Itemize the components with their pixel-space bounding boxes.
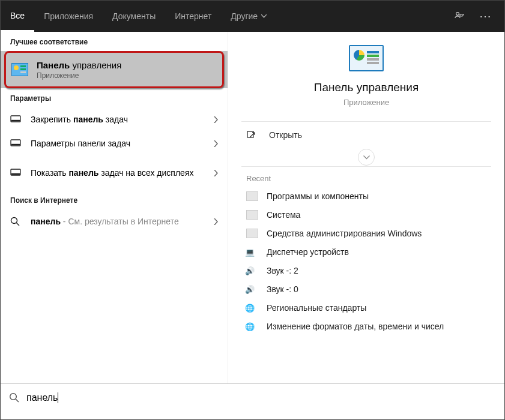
best-match-result[interactable]: Панель управления Приложение xyxy=(1,51,228,88)
chevron-right-icon xyxy=(214,116,218,123)
control-panel-icon xyxy=(11,63,28,76)
snd-icon xyxy=(246,266,258,275)
expand-row xyxy=(228,148,504,166)
recent-item[interactable]: Звук -: 2 xyxy=(228,261,504,280)
recent-item[interactable]: Диспетчер устройств xyxy=(228,242,504,261)
recent-item[interactable]: Региональные стандарты xyxy=(228,298,504,317)
results-list: Лучшее соответствие Панель управления Пр… xyxy=(1,32,228,383)
search-input-text: панель xyxy=(26,392,58,403)
search-icon xyxy=(10,217,23,226)
chevron-right-icon xyxy=(214,218,218,225)
display-icon xyxy=(10,139,23,148)
svg-point-10 xyxy=(10,394,17,400)
search-bar: панель xyxy=(1,383,504,411)
best-match-subtitle: Приложение xyxy=(37,71,121,80)
tab-apps[interactable]: Приложения xyxy=(34,1,103,32)
web-search-label: панель - См. результаты в Интернете xyxy=(31,217,214,226)
dev-icon xyxy=(246,247,258,257)
svg-rect-6 xyxy=(11,173,20,175)
tab-web[interactable]: Интернет xyxy=(165,1,221,32)
globe-icon xyxy=(246,322,258,331)
tab-more-label: Другие xyxy=(231,11,258,21)
open-label: Открыть xyxy=(269,130,302,140)
control-panel-large-icon xyxy=(349,45,384,71)
recent-item-label: Изменение форматов даты, времени и чисел xyxy=(267,322,444,331)
recent-item-label: Программы и компоненты xyxy=(267,191,369,201)
web-search-item[interactable]: панель - См. результаты в Интернете xyxy=(1,209,228,233)
best-match-title: Панель управления xyxy=(37,60,121,70)
web-search-header: Поиск в Интернете xyxy=(1,190,228,209)
chevron-right-icon xyxy=(214,170,218,176)
recent-item-label: Звук -: 2 xyxy=(267,266,298,275)
preview-title: Панель управления xyxy=(228,81,504,94)
svg-point-7 xyxy=(11,218,17,224)
recent-item-label: Средства администрирования Windows xyxy=(267,229,422,238)
search-icon xyxy=(9,392,19,403)
display-icon xyxy=(10,115,23,124)
recent-list: Программы и компонентыСистемаСредства ад… xyxy=(228,187,504,335)
globe-icon xyxy=(246,303,258,313)
svg-line-8 xyxy=(17,223,20,226)
search-input-wrapper[interactable]: панель xyxy=(26,392,496,403)
display-icon xyxy=(10,169,23,177)
recent-item[interactable]: Звук -: 0 xyxy=(228,280,504,298)
chevron-down-icon xyxy=(363,155,370,160)
settings-item-taskbar-all-displays[interactable]: Показать панель задач на всех дисплеях xyxy=(1,155,228,190)
svg-point-0 xyxy=(456,13,459,16)
folder-icon xyxy=(246,191,258,201)
recent-item[interactable]: Изменение форматов даты, времени и чисел xyxy=(228,317,504,335)
recent-item-label: Звук -: 0 xyxy=(267,284,298,294)
settings-item-label: Параметры панели задач xyxy=(31,139,214,148)
chevron-down-icon xyxy=(261,14,267,18)
open-action[interactable]: Открыть xyxy=(228,122,504,148)
settings-item-label: Показать панель задач на всех дисплеях xyxy=(31,168,214,178)
svg-rect-4 xyxy=(11,144,20,145)
settings-item-taskbar-settings[interactable]: Параметры панели задач xyxy=(1,131,228,155)
folder-icon xyxy=(246,229,258,238)
svg-rect-2 xyxy=(11,120,20,121)
recent-header: Recent xyxy=(228,167,504,187)
chevron-right-icon xyxy=(214,140,218,147)
feedback-icon[interactable] xyxy=(447,11,472,22)
recent-item-label: Региональные стандарты xyxy=(267,303,366,313)
preview-subtitle: Приложение xyxy=(228,98,504,107)
recent-item[interactable]: Программы и компоненты xyxy=(228,187,504,205)
best-match-header: Лучшее соответствие xyxy=(1,32,228,51)
tab-docs[interactable]: Документы xyxy=(103,1,165,32)
recent-item[interactable]: Система xyxy=(228,205,504,224)
settings-item-label: Закрепить панель задач xyxy=(31,115,214,124)
filter-tabs: Все Приложения Документы Интернет Другие xyxy=(1,1,504,32)
open-icon xyxy=(246,130,259,140)
settings-header: Параметры xyxy=(1,88,228,107)
preview-pane: Панель управления Приложение Открыть Rec… xyxy=(228,32,504,383)
settings-item-pin-taskbar[interactable]: Закрепить панель задач xyxy=(1,107,228,131)
search-panel: Все Приложения Документы Интернет Другие… xyxy=(0,0,505,420)
svg-line-11 xyxy=(16,399,19,402)
tab-all[interactable]: Все xyxy=(1,1,34,32)
tab-more[interactable]: Другие xyxy=(221,1,276,32)
recent-item-label: Диспетчер устройств xyxy=(267,247,349,257)
recent-item[interactable]: Средства администрирования Windows xyxy=(228,224,504,242)
more-icon[interactable] xyxy=(472,9,498,23)
expand-button[interactable] xyxy=(358,149,375,166)
folder-icon xyxy=(246,210,258,220)
recent-item-label: Система xyxy=(267,210,300,220)
snd-icon xyxy=(246,284,258,294)
